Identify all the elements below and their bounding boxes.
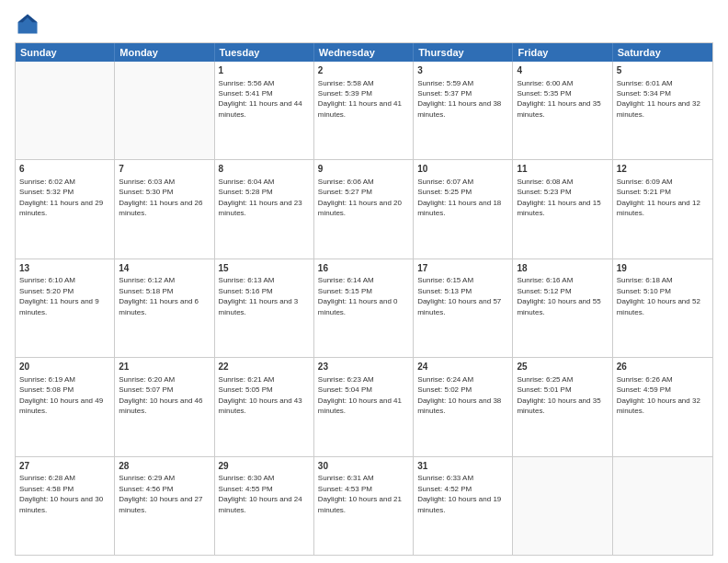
weekday-header-sunday: Sunday [16,43,115,62]
calendar-cell [115,62,214,159]
day-details: Sunrise: 6:14 AM Sunset: 5:15 PM Dayligh… [318,276,398,316]
day-details: Sunrise: 6:06 AM Sunset: 5:27 PM Dayligh… [318,178,402,217]
day-number: 17 [417,262,508,275]
day-details: Sunrise: 6:26 AM Sunset: 4:59 PM Dayligh… [617,375,700,415]
day-number: 23 [318,361,409,373]
day-details: Sunrise: 5:58 AM Sunset: 5:39 PM Dayligh… [318,79,402,119]
day-details: Sunrise: 6:25 AM Sunset: 5:01 PM Dayligh… [517,375,600,415]
day-number: 2 [318,64,409,77]
day-number: 4 [517,64,608,77]
weekday-header-friday: Friday [513,43,612,62]
calendar-cell: 8Sunrise: 6:04 AM Sunset: 5:28 PM Daylig… [215,160,314,258]
day-number: 9 [318,163,409,176]
calendar-cell: 14Sunrise: 6:12 AM Sunset: 5:18 PM Dayli… [115,259,214,357]
logo-icon [15,11,40,37]
day-details: Sunrise: 6:09 AM Sunset: 5:21 PM Dayligh… [617,178,700,217]
day-details: Sunrise: 6:16 AM Sunset: 5:12 PM Dayligh… [517,276,600,316]
calendar: SundayMondayTuesdayWednesdayThursdayFrid… [15,42,713,556]
calendar-cell: 1Sunrise: 5:56 AM Sunset: 5:41 PM Daylig… [215,62,314,159]
day-number: 7 [119,163,210,176]
calendar-cell: 30Sunrise: 6:31 AM Sunset: 4:53 PM Dayli… [314,457,414,555]
day-number: 18 [517,262,608,275]
calendar-body: 1Sunrise: 5:56 AM Sunset: 5:41 PM Daylig… [16,62,712,555]
day-details: Sunrise: 6:18 AM Sunset: 5:10 PM Dayligh… [617,276,700,316]
day-number: 22 [219,361,310,373]
weekday-header-monday: Monday [115,43,214,62]
calendar-cell [513,457,612,555]
calendar-cell: 19Sunrise: 6:18 AM Sunset: 5:10 PM Dayli… [613,259,712,357]
calendar-cell: 23Sunrise: 6:23 AM Sunset: 5:04 PM Dayli… [314,358,414,455]
weekday-header-thursday: Thursday [414,43,513,62]
calendar-cell: 9Sunrise: 6:06 AM Sunset: 5:27 PM Daylig… [314,160,414,258]
calendar-row-4: 20Sunrise: 6:19 AM Sunset: 5:08 PM Dayli… [16,358,712,456]
day-details: Sunrise: 6:10 AM Sunset: 5:20 PM Dayligh… [19,276,99,316]
calendar-cell: 17Sunrise: 6:15 AM Sunset: 5:13 PM Dayli… [414,259,513,357]
calendar-cell: 3Sunrise: 5:59 AM Sunset: 5:37 PM Daylig… [414,62,513,159]
day-details: Sunrise: 6:24 AM Sunset: 5:02 PM Dayligh… [417,375,501,415]
calendar-row-3: 13Sunrise: 6:10 AM Sunset: 5:20 PM Dayli… [16,259,712,358]
calendar-cell: 2Sunrise: 5:58 AM Sunset: 5:39 PM Daylig… [314,62,414,159]
day-number: 25 [517,361,608,373]
calendar-row-1: 1Sunrise: 5:56 AM Sunset: 5:41 PM Daylig… [16,62,712,160]
calendar-cell: 31Sunrise: 6:33 AM Sunset: 4:52 PM Dayli… [414,457,513,555]
calendar-cell: 22Sunrise: 6:21 AM Sunset: 5:05 PM Dayli… [215,358,314,455]
calendar-cell: 27Sunrise: 6:28 AM Sunset: 4:58 PM Dayli… [16,457,115,555]
day-details: Sunrise: 5:56 AM Sunset: 5:41 PM Dayligh… [219,79,302,119]
calendar-cell [613,457,712,555]
day-details: Sunrise: 6:33 AM Sunset: 4:52 PM Dayligh… [417,474,501,513]
day-number: 21 [119,361,210,373]
day-number: 24 [417,361,508,373]
day-details: Sunrise: 6:04 AM Sunset: 5:28 PM Dayligh… [219,178,302,217]
calendar-cell: 6Sunrise: 6:02 AM Sunset: 5:32 PM Daylig… [16,160,115,258]
calendar-cell: 28Sunrise: 6:29 AM Sunset: 4:56 PM Dayli… [115,457,214,555]
day-details: Sunrise: 6:15 AM Sunset: 5:13 PM Dayligh… [417,276,501,316]
day-number: 28 [119,460,210,473]
calendar-cell: 21Sunrise: 6:20 AM Sunset: 5:07 PM Dayli… [115,358,214,455]
calendar-cell: 10Sunrise: 6:07 AM Sunset: 5:25 PM Dayli… [414,160,513,258]
calendar-cell: 20Sunrise: 6:19 AM Sunset: 5:08 PM Dayli… [16,358,115,455]
day-details: Sunrise: 5:59 AM Sunset: 5:37 PM Dayligh… [417,79,501,119]
day-details: Sunrise: 6:00 AM Sunset: 5:35 PM Dayligh… [517,79,600,119]
day-details: Sunrise: 6:08 AM Sunset: 5:23 PM Dayligh… [517,178,600,217]
header [15,11,713,37]
weekday-header-tuesday: Tuesday [215,43,314,62]
day-number: 10 [417,163,508,176]
calendar-cell: 7Sunrise: 6:03 AM Sunset: 5:30 PM Daylig… [115,160,214,258]
calendar-cell: 13Sunrise: 6:10 AM Sunset: 5:20 PM Dayli… [16,259,115,357]
day-number: 16 [318,262,409,275]
svg-rect-2 [21,24,34,32]
day-number: 1 [219,64,310,77]
day-number: 14 [119,262,210,275]
day-number: 3 [417,64,508,77]
calendar-cell: 25Sunrise: 6:25 AM Sunset: 5:01 PM Dayli… [513,358,612,455]
day-number: 31 [417,460,508,473]
day-number: 12 [617,163,709,176]
day-number: 8 [219,163,310,176]
day-details: Sunrise: 6:23 AM Sunset: 5:04 PM Dayligh… [318,375,402,415]
day-number: 13 [19,262,110,275]
day-number: 5 [617,64,709,77]
day-number: 6 [19,163,110,176]
day-details: Sunrise: 6:01 AM Sunset: 5:34 PM Dayligh… [617,79,700,119]
day-details: Sunrise: 6:29 AM Sunset: 4:56 PM Dayligh… [119,474,202,513]
day-number: 27 [19,460,110,473]
calendar-cell: 12Sunrise: 6:09 AM Sunset: 5:21 PM Dayli… [613,160,712,258]
day-number: 30 [318,460,409,473]
day-number: 11 [517,163,608,176]
calendar-row-5: 27Sunrise: 6:28 AM Sunset: 4:58 PM Dayli… [16,457,712,555]
calendar-cell: 24Sunrise: 6:24 AM Sunset: 5:02 PM Dayli… [414,358,513,455]
day-details: Sunrise: 6:28 AM Sunset: 4:58 PM Dayligh… [19,474,103,513]
calendar-cell: 18Sunrise: 6:16 AM Sunset: 5:12 PM Dayli… [513,259,612,357]
logo [15,11,44,37]
day-number: 20 [19,361,110,373]
day-details: Sunrise: 6:12 AM Sunset: 5:18 PM Dayligh… [119,276,199,316]
calendar-header: SundayMondayTuesdayWednesdayThursdayFrid… [16,43,712,62]
day-details: Sunrise: 6:31 AM Sunset: 4:53 PM Dayligh… [318,474,402,513]
day-number: 19 [617,262,709,275]
day-details: Sunrise: 6:02 AM Sunset: 5:32 PM Dayligh… [19,178,103,217]
calendar-cell: 11Sunrise: 6:08 AM Sunset: 5:23 PM Dayli… [513,160,612,258]
day-details: Sunrise: 6:03 AM Sunset: 5:30 PM Dayligh… [119,178,202,217]
calendar-cell: 29Sunrise: 6:30 AM Sunset: 4:55 PM Dayli… [215,457,314,555]
day-details: Sunrise: 6:30 AM Sunset: 4:55 PM Dayligh… [219,474,302,513]
calendar-cell [16,62,115,159]
